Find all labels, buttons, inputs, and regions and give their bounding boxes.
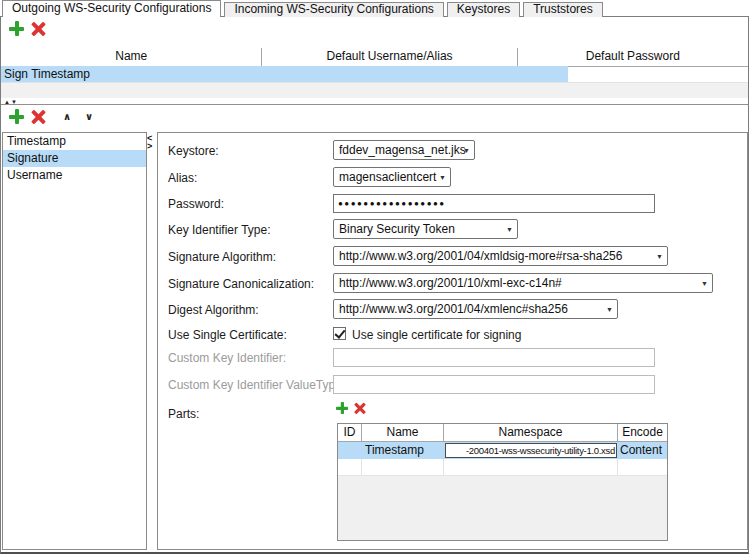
move-down-button[interactable]: ∨: [85, 112, 93, 122]
config-table-header: Name Default Username/Alias Default Pass…: [1, 48, 748, 67]
use-single-certificate-label: Use Single Certificate:: [168, 328, 287, 342]
alias-select[interactable]: magensaclientcert ▼: [333, 167, 451, 187]
parts-table-row[interactable]: Timestamp -200401-wss-wssecurity-utility…: [338, 442, 667, 459]
config-password-cell[interactable]: [568, 66, 748, 82]
tab-keystores[interactable]: Keystores: [447, 2, 520, 17]
part-id-cell[interactable]: [338, 442, 362, 459]
add-config-button[interactable]: [9, 21, 24, 39]
empty-cell: [362, 459, 444, 476]
x-icon: [31, 21, 46, 36]
alias-value: magensaclientcert: [339, 170, 436, 184]
signature-algorithm-select[interactable]: http://www.w3.org/2001/04/xmldsig-more#r…: [333, 246, 668, 266]
outgoing-configurations-panel: Name Default Username/Alias Default Pass…: [0, 16, 749, 554]
empty-cell: [338, 459, 362, 476]
remove-token-button[interactable]: [31, 109, 46, 127]
column-header-name[interactable]: Name: [1, 48, 262, 66]
remove-config-button[interactable]: [31, 21, 46, 39]
signature-algorithm-value: http://www.w3.org/2001/04/xmldsig-more#r…: [339, 249, 622, 263]
empty-cell: [618, 459, 667, 476]
part-namespace-cell[interactable]: -200401-wss-wssecurity-utility-1.0.xsd: [444, 442, 618, 459]
parts-column-name[interactable]: Name: [362, 424, 444, 442]
chevron-down-icon: ▼: [656, 253, 663, 260]
x-icon: [31, 109, 46, 124]
keystore-label: Keystore:: [168, 144, 219, 158]
key-identifier-type-select[interactable]: Binary Security Token ▼: [333, 219, 518, 239]
key-identifier-type-value: Binary Security Token: [339, 222, 455, 236]
signature-canonicalization-select[interactable]: http://www.w3.org/2001/10/xml-exc-c14n# …: [333, 273, 713, 293]
config-table-row[interactable]: Sign Timestamp: [1, 66, 748, 82]
chevron-down-icon: ∨: [85, 111, 93, 122]
signature-algorithm-label: Signature Algorithm:: [168, 250, 276, 264]
parts-column-namespace[interactable]: Namespace: [444, 424, 618, 442]
parts-column-encode[interactable]: Encode: [618, 424, 667, 442]
parts-table-header: ID Name Namespace Encode: [338, 424, 667, 442]
chevron-down-icon: ▼: [506, 226, 513, 233]
column-header-default-username-alias[interactable]: Default Username/Alias: [262, 48, 517, 66]
signature-detail-panel: Keystore: fddev_magensa_net.jks ▼ Alias:…: [157, 132, 748, 550]
x-icon: [354, 402, 366, 414]
custom-key-identifier-label: Custom Key Identifier:: [168, 351, 286, 365]
namespace-cell-editor[interactable]: -200401-wss-wssecurity-utility-1.0.xsd: [445, 443, 617, 458]
password-field[interactable]: ●●●●●●●●●●●●●●●●●: [333, 194, 655, 213]
custom-key-identifier-valuetype-field: [333, 375, 655, 394]
plus-icon: [336, 402, 348, 414]
plus-icon: [9, 21, 24, 36]
parts-table-empty-row[interactable]: [338, 459, 667, 476]
list-item-timestamp[interactable]: Timestamp: [3, 133, 146, 150]
parts-table: ID Name Namespace Encode Timestamp -2004…: [337, 423, 668, 541]
list-item-signature[interactable]: Signature: [3, 150, 146, 167]
plus-icon: [9, 109, 24, 124]
keystore-select[interactable]: fddev_magensa_net.jks ▼: [333, 140, 475, 160]
empty-cell: [444, 459, 618, 476]
key-identifier-type-label: Key Identifier Type:: [168, 223, 271, 237]
add-part-button[interactable]: [336, 402, 351, 420]
config-username-cell[interactable]: [288, 66, 568, 82]
custom-key-identifier-field: [333, 348, 655, 367]
app-window: Outgoing WS-Security Configurations Inco…: [0, 0, 749, 559]
chevron-down-icon: ▼: [439, 174, 446, 181]
parts-column-id[interactable]: ID: [338, 424, 362, 442]
column-header-default-password[interactable]: Default Password: [518, 48, 748, 66]
keystore-value: fddev_magensa_net.jks: [339, 143, 466, 157]
signature-canonicalization-value: http://www.w3.org/2001/10/xml-exc-c14n#: [339, 276, 562, 290]
config-name-cell[interactable]: Sign Timestamp: [1, 66, 288, 82]
add-token-button[interactable]: [9, 109, 24, 127]
digest-algorithm-label: Digest Algorithm:: [168, 303, 259, 317]
config-table-empty-area: [1, 82, 748, 98]
digest-algorithm-select[interactable]: http://www.w3.org/2001/04/xmlenc#sha256 …: [333, 299, 618, 319]
section-divider: [1, 104, 748, 105]
list-item-username[interactable]: Username: [3, 167, 146, 184]
password-label: Password:: [168, 197, 224, 211]
use-single-certificate-checkbox-label: Use single certificate for signing: [352, 328, 521, 342]
part-encode-cell[interactable]: Content: [618, 442, 667, 459]
namespace-value: -200401-wss-wssecurity-utility-1.0.xsd: [466, 444, 615, 457]
signature-canonicalization-label: Signature Canonicalization:: [168, 277, 314, 291]
collapse-right-icon[interactable]: >: [147, 142, 157, 150]
vertical-splitter[interactable]: < >: [147, 132, 157, 550]
use-single-certificate-checkbox[interactable]: [333, 327, 346, 340]
tab-truststores[interactable]: Truststores: [523, 2, 603, 17]
part-name-cell[interactable]: Timestamp: [362, 442, 444, 459]
chevron-down-icon: ▼: [463, 147, 470, 154]
move-up-button[interactable]: ∧: [63, 112, 71, 122]
alias-label: Alias:: [168, 171, 197, 185]
chevron-down-icon: ▼: [606, 306, 613, 313]
tab-bar: Outgoing WS-Security Configurations Inco…: [2, 0, 603, 17]
token-list: Timestamp Signature Username: [2, 132, 147, 550]
chevron-up-icon: ∧: [63, 111, 71, 122]
digest-algorithm-value: http://www.w3.org/2001/04/xmlenc#sha256: [339, 302, 568, 316]
chevron-down-icon: ▼: [701, 280, 708, 287]
tab-incoming[interactable]: Incoming WS-Security Configurations: [224, 2, 443, 17]
remove-part-button[interactable]: [354, 402, 369, 420]
parts-label: Parts:: [168, 407, 199, 421]
tab-outgoing[interactable]: Outgoing WS-Security Configurations: [2, 0, 221, 17]
custom-key-identifier-valuetype-label: Custom Key Identifier ValueType:: [168, 378, 345, 392]
